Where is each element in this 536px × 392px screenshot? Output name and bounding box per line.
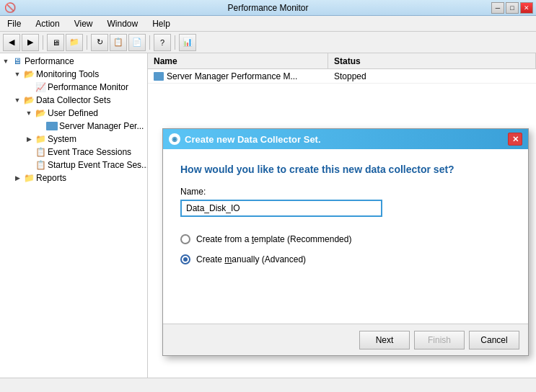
monitoring-tools-icon: 📂	[23, 68, 35, 80]
tree-item-perf-monitor[interactable]: ▶ 📈 Performance Monitor	[0, 81, 147, 94]
next-button[interactable]: Next	[359, 331, 410, 349]
tree-item-event-trace[interactable]: ▶ 📋 Event Trace Sessions	[0, 146, 147, 159]
expand-performance[interactable]: ▼	[0, 58, 12, 65]
option-template[interactable]: Create from a template (Recommended)	[180, 234, 511, 244]
modal-overlay: ◉ Create new Data Collector Set. ✕ How w…	[148, 107, 536, 363]
tree-label-reports: Reports	[36, 173, 66, 183]
option-manual-label: Create manually (Advanced)	[196, 254, 306, 264]
event-trace-icon: 📋	[35, 146, 46, 158]
status-bar	[0, 378, 536, 392]
refresh-button[interactable]: ↻	[91, 34, 108, 51]
tree-label-user-defined: User Defined	[48, 108, 98, 118]
tree-label-monitoring-tools: Monitoring Tools	[36, 69, 99, 79]
name-label: Name:	[180, 187, 511, 197]
table-row[interactable]: Server Manager Performance M... Stopped	[148, 69, 536, 84]
option-manual[interactable]: Create manually (Advanced)	[180, 254, 511, 264]
close-button[interactable]: ✕	[520, 2, 533, 14]
menu-bar: File Action View Window Help	[0, 16, 536, 32]
tree-label-startup-trace: Startup Event Trace Ses...	[48, 160, 148, 170]
export-button[interactable]: 📋	[110, 34, 127, 51]
menu-window[interactable]: Window	[103, 17, 143, 30]
dialog-close-button[interactable]: ✕	[508, 133, 522, 146]
toolbar: ◀ ▶ 🖥 📁 ↻ 📋 📄 ? 📊	[0, 32, 536, 53]
tree-label-system: System	[48, 134, 76, 144]
properties-button[interactable]: 📄	[128, 34, 146, 51]
col-header-status[interactable]: Status	[328, 53, 536, 68]
tree-item-server-manager[interactable]: ▶ Server Manager Per...	[0, 120, 147, 133]
expand-monitoring-tools[interactable]: ▼	[12, 71, 23, 78]
tree-panel: ▼ 🖥 Performance ▼ 📂 Monitoring Tools ▶ 📈…	[0, 53, 148, 378]
col-header-name[interactable]: Name	[148, 53, 328, 68]
expand-reports[interactable]: ▶	[12, 174, 23, 182]
dialog-title-text: Create new Data Collector Set.	[185, 134, 321, 145]
tree-label-perf-monitor: Performance Monitor	[48, 82, 128, 92]
show-desktop-button[interactable]: 🖥	[47, 34, 64, 51]
cell-name: Server Manager Performance M...	[148, 71, 328, 81]
toolbar-separator-3	[149, 35, 150, 50]
tree-item-performance[interactable]: ▼ 🖥 Performance	[0, 55, 147, 68]
expand-dcs[interactable]: ▼	[12, 97, 23, 104]
radio-manual[interactable]	[180, 254, 190, 264]
user-defined-icon: 📂	[35, 107, 46, 119]
dialog-body: How would you like to create this new da…	[163, 149, 528, 324]
no-entry-icon: 🚫	[4, 2, 16, 13]
cancel-button[interactable]: Cancel	[469, 331, 519, 349]
dialog-title-icon: ◉	[169, 133, 180, 145]
option-template-label: Create from a template (Recommended)	[196, 234, 351, 244]
window-title: Performance Monitor	[227, 3, 308, 13]
row-icon	[154, 72, 164, 81]
radio-template[interactable]	[180, 234, 190, 244]
finish-button[interactable]: Finish	[414, 331, 465, 349]
startup-trace-icon: 📋	[35, 159, 46, 171]
expand-user-defined[interactable]: ▼	[23, 110, 35, 117]
maximize-button[interactable]: □	[506, 2, 519, 14]
tree-label-performance: Performance	[25, 56, 74, 66]
dialog-create-dcs: ◉ Create new Data Collector Set. ✕ How w…	[162, 128, 529, 356]
dcs-icon: 📂	[23, 94, 35, 106]
title-bar: 🚫 Performance Monitor ─ □ ✕	[0, 0, 536, 16]
back-button[interactable]: ◀	[3, 34, 20, 51]
menu-view[interactable]: View	[70, 17, 97, 30]
radio-dot	[183, 257, 188, 262]
toolbar-separator-4	[175, 35, 175, 50]
name-input[interactable]	[180, 200, 382, 217]
menu-file[interactable]: File	[3, 17, 25, 30]
menu-action[interactable]: Action	[31, 17, 63, 30]
menu-help[interactable]: Help	[148, 17, 175, 30]
reports-icon: 📁	[23, 172, 35, 184]
add-button[interactable]: 📊	[179, 34, 196, 51]
server-manager-icon	[46, 122, 58, 130]
tree-item-monitoring-tools[interactable]: ▼ 📂 Monitoring Tools	[0, 68, 147, 81]
tree-label-server-manager: Server Manager Per...	[59, 121, 144, 131]
expand-system[interactable]: ▶	[23, 135, 35, 143]
dialog-question: How would you like to create this new da…	[180, 164, 511, 175]
help-button[interactable]: ?	[154, 34, 171, 51]
toolbar-separator-2	[87, 35, 87, 50]
tree-item-startup-trace[interactable]: ▶ 📋 Startup Event Trace Ses...	[0, 159, 147, 172]
dialog-title-left: ◉ Create new Data Collector Set.	[169, 133, 321, 145]
tree-label-dcs: Data Collector Sets	[36, 95, 110, 105]
toolbar-separator-1	[43, 35, 43, 50]
forward-button[interactable]: ▶	[22, 34, 39, 51]
tree-item-reports[interactable]: ▶ 📁 Reports	[0, 172, 147, 184]
performance-icon: 🖥	[12, 55, 23, 67]
main-layout: ▼ 🖥 Performance ▼ 📂 Monitoring Tools ▶ 📈…	[0, 53, 536, 378]
cell-status: Stopped	[328, 71, 536, 81]
dialog-titlebar: ◉ Create new Data Collector Set. ✕	[163, 129, 528, 149]
system-icon: 📁	[35, 133, 46, 145]
tree-item-user-defined[interactable]: ▼ 📂 User Defined	[0, 107, 147, 120]
tree-item-data-collector-sets[interactable]: ▼ 📂 Data Collector Sets	[0, 94, 147, 107]
window-controls: ─ □ ✕	[491, 2, 533, 14]
tree-item-system[interactable]: ▶ 📁 System	[0, 133, 147, 146]
list-header: Name Status	[148, 53, 536, 69]
perf-monitor-icon: 📈	[35, 81, 46, 93]
folder-button[interactable]: 📁	[66, 34, 83, 51]
dialog-options: Create from a template (Recommended) Cre…	[180, 234, 511, 264]
tree-label-event-trace: Event Trace Sessions	[48, 147, 131, 157]
dialog-footer: Next Finish Cancel	[163, 324, 528, 355]
minimize-button[interactable]: ─	[491, 2, 504, 14]
dialog-name-section: Name:	[180, 187, 511, 217]
